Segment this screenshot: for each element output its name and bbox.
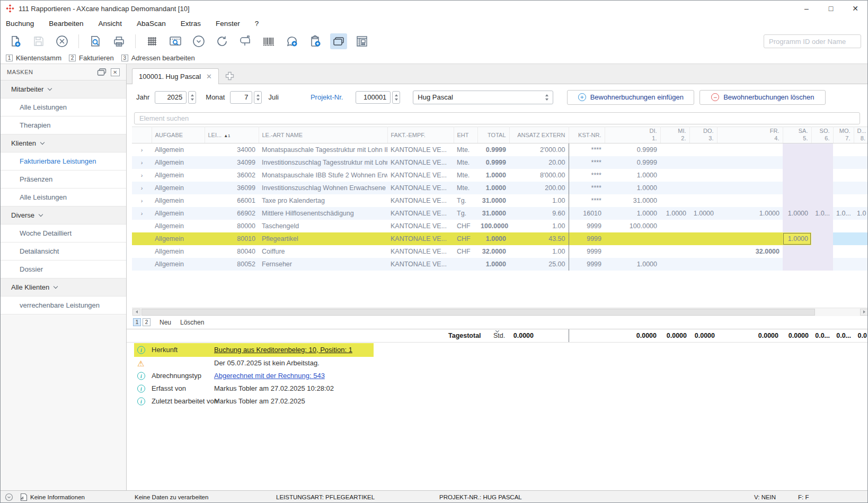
quickbar-item-adressen[interactable]: 3 Adressen bearbeiten	[121, 54, 195, 62]
cell-day-7[interactable]	[833, 258, 854, 271]
status-history-icon[interactable]	[5, 493, 13, 501]
cell-name[interactable]: Monatspauschale Tagesstruktur mit Lohn I…	[259, 143, 387, 156]
jahr-stepper[interactable]	[188, 91, 196, 104]
cell-day-1[interactable]: 1.0000	[605, 258, 660, 271]
refresh-icon[interactable]	[214, 33, 231, 49]
page-1-button[interactable]: 1	[133, 318, 141, 326]
neu-button[interactable]: Neu	[160, 319, 171, 326]
cell-day-2[interactable]	[660, 182, 689, 194]
cell-day-7[interactable]	[833, 220, 854, 232]
cell-day-2[interactable]	[660, 156, 689, 169]
cell-eht[interactable]: Tg.	[454, 194, 477, 207]
monat-stepper[interactable]	[254, 91, 262, 104]
cell-eht[interactable]: Tg.	[454, 207, 477, 220]
cell-day-3[interactable]	[689, 232, 717, 245]
cell-day-5[interactable]	[783, 156, 811, 169]
close-panel-icon[interactable]: ✕	[111, 68, 120, 76]
cell-kst[interactable]: 9999	[569, 258, 605, 271]
cell-day-3[interactable]	[689, 143, 717, 156]
cell-day-6[interactable]	[811, 194, 833, 207]
cell-aufgabe[interactable]: Allgemein	[152, 258, 205, 271]
cell-kst[interactable]: 9999	[569, 245, 605, 258]
cell-day-5[interactable]	[783, 143, 811, 156]
cell-name[interactable]: Taxe pro Kalendertag	[259, 194, 387, 207]
cell-aufgabe[interactable]: Allgemein	[152, 156, 205, 169]
cell-eht[interactable]: CHF	[454, 232, 477, 245]
sidebar-item-alle-leistungen-2[interactable]: Alle Leistungen	[1, 188, 126, 206]
cell-day-5[interactable]	[783, 182, 811, 194]
cell-day-4[interactable]	[717, 220, 783, 232]
close-button[interactable]: ✕	[843, 1, 867, 16]
scroll-left-icon[interactable]	[132, 309, 140, 316]
bewohnerbuchungen-einfuegen-button[interactable]: + Bewohnerbuchungen einfügen	[567, 90, 694, 105]
cell-day-6[interactable]	[811, 232, 833, 245]
cell-day-1[interactable]	[605, 232, 660, 245]
detach-panel-icon[interactable]	[97, 68, 107, 76]
cell-lei[interactable]: 80010	[205, 232, 259, 245]
expand-row-icon[interactable]: ›	[132, 194, 152, 207]
table-row[interactable]: ›Allgemein34099Investitionszuschlag Tage…	[132, 156, 868, 169]
cell-day-1[interactable]	[605, 245, 660, 258]
cell-day-2[interactable]	[660, 258, 689, 271]
page-2-button[interactable]: 2	[143, 318, 150, 326]
col-kst-nr[interactable]: KST-NR.	[569, 127, 605, 143]
cell-day-8[interactable]	[854, 169, 868, 182]
cell-day-3[interactable]	[689, 182, 717, 194]
table-row[interactable]: Allgemein80010PflegeartikelKANTONALE VE.…	[132, 232, 868, 245]
cell-eht[interactable]: CHF	[454, 220, 477, 232]
sidebar-group-diverse[interactable]: Diverse	[1, 206, 126, 224]
cell-day-6[interactable]	[811, 258, 833, 271]
new-document-icon[interactable]	[7, 33, 24, 49]
cell-ansatz[interactable]: 200.00	[509, 182, 569, 194]
cell-ansatz[interactable]: 25.00	[509, 258, 569, 271]
sidebar-item-fakturierbare-leistungen[interactable]: Fakturierbare Leistungen	[1, 152, 126, 170]
loeschen-button[interactable]: Löschen	[180, 319, 204, 326]
menu-buchung[interactable]: Buchung	[5, 19, 35, 29]
cell-ansatz[interactable]: 20.00	[509, 156, 569, 169]
cell-day-5[interactable]	[783, 169, 811, 182]
col-day-4[interactable]: FR.4.	[717, 127, 783, 143]
table-row[interactable]: ›Allgemein66902Mittlere Hilflosenentschä…	[132, 207, 868, 220]
cell-day-3[interactable]	[689, 194, 717, 207]
cell-day-1[interactable]: 31.0000	[605, 194, 660, 207]
cell-day-1[interactable]: 100.0000	[605, 220, 660, 232]
cell-total[interactable]: 31.0000	[477, 194, 509, 207]
element-search-input[interactable]	[134, 112, 860, 124]
cell-day-1[interactable]: 1.0000	[605, 207, 660, 220]
cell-day-7[interactable]	[833, 182, 854, 194]
cell-eht[interactable]: CHF	[454, 245, 477, 258]
expand-row-icon[interactable]: ›	[132, 207, 152, 220]
history-icon[interactable]	[190, 33, 207, 49]
cell-day-7[interactable]	[833, 156, 854, 169]
cell-fakt[interactable]: KANTONALE VE...	[387, 258, 454, 271]
cell-total[interactable]: 31.0000	[477, 207, 509, 220]
col-lei-sorted[interactable]: LEI...▲1	[205, 127, 259, 143]
program-search-input[interactable]	[764, 34, 861, 48]
sidebar-item-woche-detailliert[interactable]: Woche Detailliert	[1, 224, 126, 242]
sidebar-group-mitarbeiter[interactable]: Mitarbeiter	[1, 80, 126, 98]
cell-name[interactable]: Taschengeld	[259, 220, 387, 232]
cell-total[interactable]: 1.0000	[477, 232, 509, 245]
cell-kst[interactable]: ****	[569, 182, 605, 194]
cell-day-4[interactable]	[717, 156, 783, 169]
cell-day-7[interactable]	[833, 232, 854, 245]
cell-ansatz[interactable]: 8'000.00	[509, 169, 569, 182]
cell-day-8[interactable]	[854, 258, 868, 271]
expand-row-icon[interactable]: ›	[132, 182, 152, 194]
table-grid-icon[interactable]	[144, 33, 161, 49]
cell-day-4[interactable]	[717, 143, 783, 156]
cell-day-5[interactable]	[783, 245, 811, 258]
menu-extras[interactable]: Extras	[180, 19, 202, 29]
cell-day-6[interactable]: 1.0...	[811, 207, 833, 220]
sidebar-item-dossier[interactable]: Dossier	[1, 261, 126, 279]
tab-close-icon[interactable]: ✕	[206, 73, 212, 80]
cell-eht[interactable]: Mte.	[454, 156, 477, 169]
cell-aufgabe[interactable]: Allgemein	[152, 220, 205, 232]
cell-day-7[interactable]	[833, 245, 854, 258]
col-ansatz-extern[interactable]: ANSATZ EXTERN	[509, 127, 569, 143]
menu-ansicht[interactable]: Ansicht	[98, 19, 123, 29]
cell-day-6[interactable]	[811, 182, 833, 194]
table-row[interactable]: ›Allgemein36099Investitionszuschlag Wohn…	[132, 182, 868, 194]
table-row[interactable]: Allgemein80000TaschengeldKANTONALE VE...…	[132, 220, 868, 232]
projekt-nr-input[interactable]	[356, 91, 391, 104]
